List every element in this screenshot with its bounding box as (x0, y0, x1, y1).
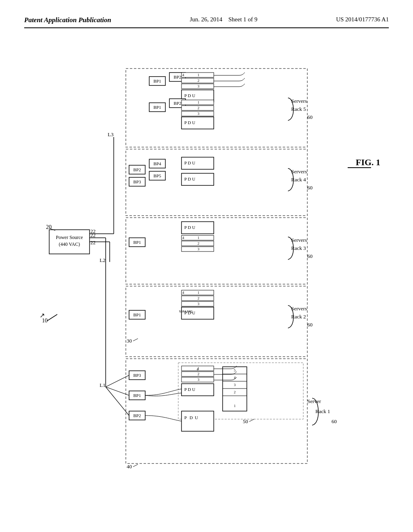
power-vac-label: (440 VAC) (59, 241, 80, 247)
bp1-rack5-label: BP1 (154, 79, 161, 83)
blade2-n2: 2 (198, 296, 200, 300)
svg-line-3 (133, 464, 138, 467)
ref-22c: 22 (90, 228, 96, 234)
svg-line-5 (133, 339, 138, 341)
wire-bp2-rack1 (145, 416, 181, 421)
servers-label-rack5: Servers (291, 98, 307, 104)
rack2-area (126, 286, 307, 357)
bp1-rack2-label: BP1 (133, 312, 141, 317)
sn-2: 2 (234, 390, 236, 394)
b5bn2: 2 (198, 106, 200, 110)
publication-date: Jun. 26, 2014 (190, 16, 222, 23)
ref-60-rack5: 60 (307, 114, 313, 120)
b3n1: 1 (198, 236, 200, 240)
blade2-n4: 4 (182, 291, 184, 295)
ref-60-rack1: 60 (332, 418, 337, 424)
pdu-label-p1: P (184, 415, 187, 420)
pdu-label-d1: D (190, 415, 193, 420)
pdu-rack4-bot-label: P D U (184, 177, 195, 181)
blade2-n3: 3 (198, 302, 200, 306)
blade-num-3: 3 (198, 378, 200, 382)
pdu-label-u1: U (195, 415, 198, 420)
b3n3: 3 (198, 247, 200, 251)
bp1-rack3-label: BP1 (133, 240, 141, 245)
wire-bp1-rack1 (145, 389, 181, 395)
publication-sheet: Sheet 1 of 9 (228, 16, 257, 23)
diagram-area: FIG. 1 10 ↗ Power Source (440 VAC) 20 L1… (24, 36, 389, 500)
bp3-rack4-label: BP3 (133, 179, 141, 184)
l3-label: L3 (108, 131, 113, 137)
ref-22b: 22 (90, 239, 96, 245)
l2-label: L2 (100, 257, 105, 263)
bp1b-rack5-label: BP1 (154, 105, 161, 110)
blade-num-4-rack1: 4 (197, 367, 199, 371)
bp2-rack4-label: BP2 (133, 167, 141, 172)
b5n1: 1 (198, 73, 200, 77)
bp2-rack5-label: BP2 (174, 75, 181, 79)
servers-label-rack4: Servers (291, 168, 307, 175)
pdu-inner-p: P D U (184, 387, 195, 392)
bp1-rack1-label: BP1 (133, 393, 141, 398)
figure-svg: FIG. 1 10 ↗ Power Source (440 VAC) 20 L1… (24, 36, 389, 500)
fig-label: FIG. 1 (356, 157, 380, 167)
bp4-rack4-label: BP4 (154, 161, 161, 166)
publication-date-sheet: Jun. 26, 2014 Sheet 1 of 9 (190, 16, 257, 23)
b3n4: 4 (182, 236, 184, 240)
rack5-curl-2 (239, 78, 245, 81)
b5bn1: 1 (198, 100, 200, 104)
b5n2: 2 (198, 79, 200, 83)
rack5-curl-1 (239, 73, 245, 75)
b3n2: 2 (198, 241, 200, 245)
ref-40: 40 (127, 463, 132, 470)
pdu-rack3-label: P D U (184, 225, 195, 230)
b5n3: 3 (198, 84, 200, 88)
ref-20: 20 (46, 224, 52, 230)
bp2b-rack5-label: BP2 (174, 101, 181, 106)
page: Patent Application Publication Jun. 26, … (0, 0, 413, 532)
b5bn3: 3 (198, 112, 200, 116)
pdu-rack4-top-label: P D U (184, 160, 195, 165)
servers-rotated: Servers (179, 310, 192, 314)
ref-60-rack4: 60 (307, 185, 313, 191)
sn-1: 1 (234, 404, 236, 408)
pdu-rack1-bottom (181, 411, 214, 431)
l1-label: L1 (100, 382, 105, 388)
bp2-rack1-label: BP2 (133, 413, 141, 418)
rack1-label: Rack 1 (315, 408, 330, 414)
bp5-rack4-label: BP5 (154, 173, 161, 178)
power-source-label: Power Source (56, 235, 83, 240)
publication-title: Patent Application Publication (24, 16, 111, 24)
ref-30: 30 (127, 338, 132, 344)
ref-50: 50 (243, 418, 248, 424)
rack3-area (126, 218, 307, 284)
servers-label-rack3: Servers (291, 237, 307, 243)
page-header: Patent Application Publication Jun. 26, … (24, 16, 389, 28)
sn-3: 3 (234, 383, 236, 387)
ref-60-rack3: 60 (307, 253, 313, 259)
blade2-n1: 1 (198, 291, 200, 295)
bp3-rack1-label: BP3 (133, 373, 141, 378)
ref-10-arrow: ↗ (40, 312, 45, 319)
blade-num-2: 2 (198, 372, 200, 376)
svg-line-4 (249, 419, 254, 422)
svg-line-1 (47, 314, 57, 321)
ref-60-rack2: 60 (307, 322, 313, 328)
publication-number: US 2014/0177736 A1 (336, 16, 389, 23)
servers-label-rack2: Servers (291, 305, 307, 312)
b5n4: 4 (182, 73, 184, 77)
pdu-rack5-label: P D U (184, 93, 195, 98)
rack5-curl-3 (239, 84, 245, 87)
sn-5: 5 (234, 368, 236, 372)
pdu-rack5b-label: P D U (184, 120, 195, 125)
